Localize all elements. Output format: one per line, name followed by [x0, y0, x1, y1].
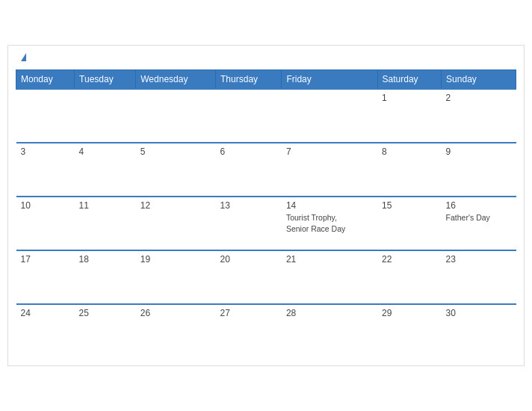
weekday-header-tuesday: Tuesday	[75, 70, 136, 90]
day-event: Father's Day	[446, 213, 490, 222]
day-number: 10	[21, 200, 70, 211]
week-row-1: 3456789	[16, 143, 516, 197]
day-cell: 9	[442, 143, 516, 197]
day-number: 30	[446, 308, 512, 318]
day-number: 7	[286, 146, 373, 157]
logo	[19, 53, 26, 62]
day-cell: 5	[136, 143, 216, 197]
day-cell	[75, 89, 136, 143]
calendar-thead: MondayTuesdayWednesdayThursdayFridaySatu…	[16, 70, 516, 90]
weekday-header-friday: Friday	[282, 70, 377, 90]
day-cell: 3	[16, 143, 75, 197]
week-row-4: 24252627282930	[16, 304, 516, 358]
day-number: 4	[79, 146, 132, 157]
day-cell: 23	[442, 250, 516, 304]
day-cell: 2	[442, 89, 516, 143]
day-number: 26	[140, 308, 211, 318]
day-cell: 20	[216, 250, 282, 304]
day-cell: 13	[216, 197, 282, 250]
day-cell	[282, 89, 377, 143]
day-cell: 24	[16, 304, 75, 358]
weekday-header-thursday: Thursday	[216, 70, 282, 90]
calendar-container: MondayTuesdayWednesdayThursdayFridaySatu…	[7, 45, 525, 366]
day-number: 12	[140, 200, 211, 211]
day-cell: 15	[377, 197, 442, 250]
day-number: 25	[79, 308, 132, 318]
day-number: 11	[79, 200, 132, 211]
weekday-header-row: MondayTuesdayWednesdayThursdayFridaySatu…	[16, 70, 516, 90]
day-number: 6	[220, 146, 277, 157]
day-cell: 28	[282, 304, 377, 358]
day-event: Tourist Trophy,	[286, 213, 337, 222]
day-number: 17	[21, 254, 70, 265]
week-row-3: 17181920212223	[16, 250, 516, 304]
day-cell: 14Tourist Trophy,Senior Race Day	[282, 197, 377, 250]
day-cell: 27	[216, 304, 282, 358]
calendar-tbody: 1234567891011121314Tourist Trophy,Senior…	[16, 89, 516, 358]
day-cell: 11	[75, 197, 136, 250]
day-number: 18	[79, 254, 132, 265]
day-cell: 18	[75, 250, 136, 304]
day-cell: 26	[136, 304, 216, 358]
week-row-2: 1011121314Tourist Trophy,Senior Race Day…	[16, 197, 516, 250]
day-number: 5	[140, 146, 211, 157]
weekday-header-monday: Monday	[16, 70, 75, 90]
day-number: 1	[382, 93, 437, 103]
day-cell: 16Father's Day	[442, 197, 516, 250]
day-event: Senior Race Day	[286, 224, 345, 233]
day-number: 29	[382, 308, 437, 318]
day-number: 3	[21, 146, 70, 157]
day-number: 2	[446, 93, 512, 103]
day-cell: 6	[216, 143, 282, 197]
day-number: 9	[446, 146, 512, 157]
day-cell: 21	[282, 250, 377, 304]
day-cell	[16, 89, 75, 143]
day-number: 27	[220, 308, 277, 318]
weekday-header-wednesday: Wednesday	[136, 70, 216, 90]
day-number: 16	[446, 200, 512, 211]
logo-triangle-icon	[21, 53, 26, 61]
day-cell: 7	[282, 143, 377, 197]
day-number: 28	[286, 308, 373, 318]
day-cell: 4	[75, 143, 136, 197]
week-row-0: 12	[16, 89, 516, 143]
weekday-header-saturday: Saturday	[377, 70, 442, 90]
day-number: 13	[220, 200, 277, 211]
calendar-table: MondayTuesdayWednesdayThursdayFridaySatu…	[16, 69, 516, 358]
day-number: 19	[140, 254, 211, 265]
calendar-header	[16, 53, 516, 62]
day-number: 14	[286, 200, 373, 211]
day-cell	[216, 89, 282, 143]
day-cell: 10	[16, 197, 75, 250]
day-number: 15	[382, 200, 437, 211]
day-cell	[136, 89, 216, 143]
day-number: 22	[382, 254, 437, 265]
day-cell: 12	[136, 197, 216, 250]
day-number: 23	[446, 254, 512, 265]
day-cell: 1	[377, 89, 442, 143]
day-cell: 22	[377, 250, 442, 304]
day-number: 8	[382, 146, 437, 157]
day-cell: 30	[442, 304, 516, 358]
day-cell: 8	[377, 143, 442, 197]
day-cell: 17	[16, 250, 75, 304]
day-cell: 29	[377, 304, 442, 358]
weekday-header-sunday: Sunday	[442, 70, 516, 90]
day-cell: 19	[136, 250, 216, 304]
day-cell: 25	[75, 304, 136, 358]
day-number: 20	[220, 254, 277, 265]
day-number: 21	[286, 254, 373, 265]
day-number: 24	[21, 308, 70, 318]
